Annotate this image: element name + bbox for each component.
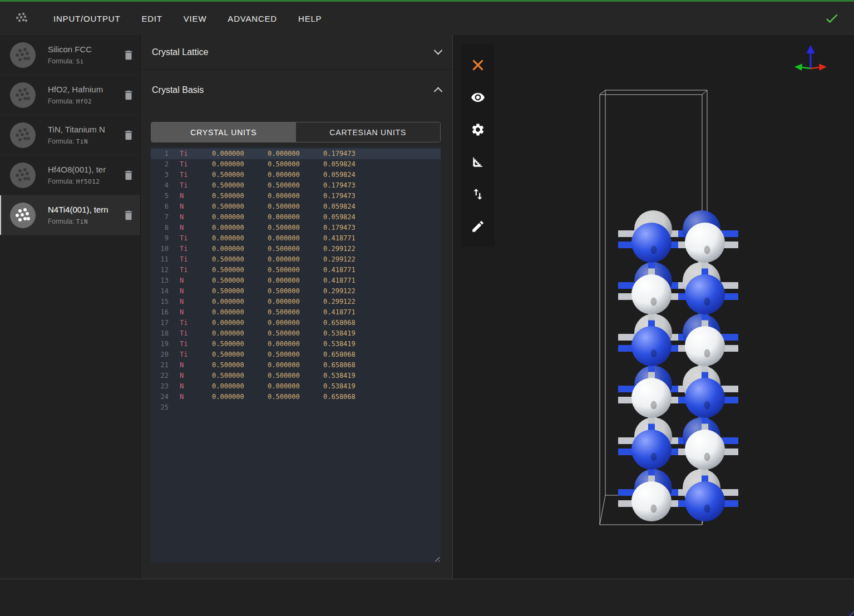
menu-item-help[interactable]: HELP: [298, 14, 322, 23]
coord-x: 0.000000: [212, 149, 268, 159]
element-symbol: N: [180, 371, 212, 381]
coord-y: 0.000000: [268, 381, 323, 392]
material-formula: Formula: TiN: [48, 137, 122, 145]
coord-z: 0.418771: [323, 307, 379, 318]
coord-z: 0.179473: [323, 149, 379, 159]
edit-button[interactable]: [461, 210, 495, 243]
coord-x: 0.000000: [212, 307, 268, 318]
material-list-item[interactable]: Silicon FCC Formula: Si: [0, 35, 140, 75]
material-info: HfO2, Hafnium Formula: HfO2: [48, 85, 122, 105]
resize-grip[interactable]: [433, 555, 440, 561]
coord-x: 0.000000: [212, 328, 268, 339]
line-number: 4: [155, 180, 169, 191]
coord-y: 0.500000: [268, 223, 323, 233]
element-symbol: N: [180, 392, 212, 402]
coord-x: 0.500000: [212, 170, 268, 180]
material-avatar-icon: [10, 203, 36, 228]
settings-button[interactable]: [461, 114, 495, 146]
coord-z: 0.538419: [323, 371, 379, 381]
coord-x: 0.000000: [212, 159, 268, 170]
delete-material-button[interactable]: [122, 169, 135, 181]
delete-material-button[interactable]: [122, 89, 135, 101]
line-number: 3: [155, 170, 169, 180]
element-symbol: N: [180, 297, 212, 307]
line-number: 13: [155, 275, 169, 286]
coord-x: 0.000000: [212, 244, 268, 254]
editor-lines: 1 Ti 0.000000 0.000000 0.179473 2 Ti 0.0…: [151, 149, 441, 402]
menu-item-input-output[interactable]: INPUT/OUTPUT: [53, 14, 120, 23]
visibility-button[interactable]: [461, 81, 495, 114]
measure-button[interactable]: [461, 146, 495, 178]
tab-cartesian-units[interactable]: CARTESIAN UNITS: [296, 122, 441, 142]
editor-line: 7 N 0.000000 0.000000 0.059824: [151, 212, 441, 223]
editor-line-empty: 25: [151, 402, 441, 413]
coord-x: 0.500000: [212, 180, 268, 191]
coord-y: 0.500000: [268, 349, 323, 360]
crystal-basis-header[interactable]: Crystal Basis: [141, 70, 452, 110]
material-list-item[interactable]: Hf4O8(001), ter Formula: Hf5O12: [0, 155, 140, 195]
coord-z: 0.538419: [323, 328, 379, 339]
coord-z: 0.538419: [323, 339, 379, 349]
materials-sidebar: Silicon FCC Formula: Si: [0, 35, 141, 579]
editor-line: 22 N 0.500000 0.500000 0.538419: [151, 371, 441, 381]
material-formula: Formula: Hf5O12: [48, 178, 122, 185]
menu-item-edit[interactable]: EDIT: [141, 14, 162, 23]
crystal-structure-canvas[interactable]: [453, 35, 854, 579]
basis-coordinates-editor[interactable]: 1 Ti 0.000000 0.000000 0.179473 2 Ti 0.0…: [151, 147, 441, 563]
coord-z: 0.418771: [323, 265, 379, 275]
y-axis-arrowhead: [794, 64, 802, 71]
editor-line: 23 N 0.000000 0.000000 0.538419: [151, 381, 441, 392]
menu-bar: INPUT/OUTPUT EDIT VIEW ADVANCED HELP: [0, 2, 854, 35]
editor-line: 11 Ti 0.500000 0.000000 0.299122: [151, 254, 441, 265]
editor-line: 3 Ti 0.500000 0.000000 0.059824: [151, 170, 441, 180]
delete-material-button[interactable]: [122, 209, 135, 221]
element-symbol: Ti: [180, 159, 212, 170]
delete-material-button[interactable]: [122, 129, 135, 141]
line-number: 2: [155, 159, 169, 170]
coord-x: 0.500000: [212, 349, 268, 360]
material-title: HfO2, Hafnium: [48, 85, 122, 94]
line-number: 16: [155, 307, 169, 318]
coord-y: 0.000000: [268, 360, 323, 371]
coord-y: 0.000000: [268, 275, 323, 286]
element-symbol: N: [180, 307, 212, 318]
swap-vertical-button[interactable]: [461, 178, 495, 210]
material-info: Hf4O8(001), ter Formula: Hf5O12: [48, 165, 122, 185]
editor-line: 16 N 0.000000 0.500000 0.418771: [151, 307, 441, 318]
line-number: 5: [155, 191, 169, 201]
close-viewer-button[interactable]: [461, 49, 495, 81]
z-axis-arrowhead: [807, 45, 815, 53]
material-title: Silicon FCC: [48, 45, 122, 54]
3d-structure-viewer[interactable]: [453, 35, 854, 579]
crystal-lattice-header[interactable]: Crystal Lattice: [141, 35, 452, 70]
coord-z: 0.538419: [323, 381, 379, 392]
line-number: 20: [155, 349, 169, 360]
coord-y: 0.000000: [268, 212, 323, 223]
coord-x: 0.000000: [212, 223, 268, 233]
material-info: Silicon FCC Formula: Si: [48, 45, 122, 65]
line-number: 24: [155, 392, 169, 402]
coord-y: 0.500000: [268, 201, 323, 212]
material-list-item[interactable]: TiN, Titanium N Formula: TiN: [0, 115, 140, 155]
delete-material-button[interactable]: [122, 49, 135, 61]
check-icon[interactable]: [824, 11, 840, 26]
coord-z: 0.059824: [323, 170, 379, 180]
line-number: 1: [155, 149, 169, 159]
element-symbol: Ti: [180, 265, 212, 275]
element-symbol: N: [180, 191, 212, 201]
element-symbol: Ti: [180, 318, 212, 328]
material-formula: Formula: TiN: [48, 218, 122, 225]
editor-line: 10 Ti 0.000000 0.500000 0.299122: [151, 244, 441, 254]
menu-item-advanced[interactable]: ADVANCED: [228, 14, 277, 23]
line-number: 8: [155, 223, 169, 233]
line-number: 23: [155, 381, 169, 392]
coord-z: 0.418771: [323, 275, 379, 286]
element-symbol: N: [180, 201, 212, 212]
crystal-basis-title: Crystal Basis: [152, 85, 204, 95]
material-list-item[interactable]: N4Ti4(001), tern Formula: TiN: [0, 195, 140, 235]
tab-crystal-units[interactable]: CRYSTAL UNITS: [151, 122, 296, 142]
material-title: TiN, Titanium N: [48, 125, 122, 134]
menu-item-view[interactable]: VIEW: [184, 14, 207, 23]
line-number: 17: [155, 318, 169, 328]
material-list-item[interactable]: HfO2, Hafnium Formula: HfO2: [0, 75, 140, 115]
